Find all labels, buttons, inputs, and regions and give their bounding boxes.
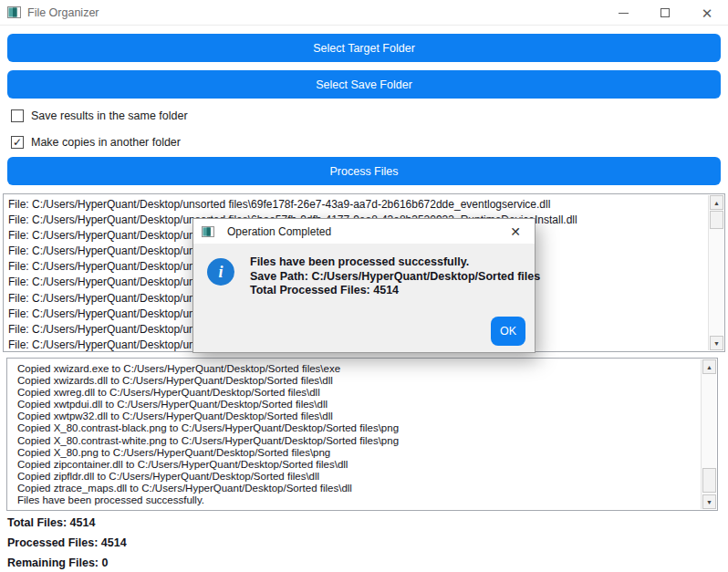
close-icon[interactable]: ✕ xyxy=(686,0,728,26)
scroll-down-icon[interactable]: ▼ xyxy=(710,336,723,350)
select-save-folder-button[interactable]: Select Save Folder xyxy=(7,70,721,99)
window-controls: ✕ xyxy=(602,0,728,26)
ok-button[interactable]: OK xyxy=(491,317,525,346)
log-line: Copied xwreg.dll to C:/Users/HyperQuant/… xyxy=(17,387,713,399)
minimize-icon[interactable] xyxy=(602,0,644,26)
status-processed-files: Processed Files: 4514 xyxy=(7,536,127,549)
file-pane-scrollbar[interactable]: ▲ ▼ xyxy=(708,195,723,350)
dialog-message-line: Total Processed Files: 4514 xyxy=(250,284,540,298)
dialog-title: Operation Completed xyxy=(227,225,331,238)
checkbox-unchecked-icon[interactable] xyxy=(11,109,24,122)
window-title: File Organizer xyxy=(27,6,99,19)
dialog-titlebar[interactable]: Operation Completed ✕ xyxy=(193,219,535,244)
scroll-up-icon[interactable]: ▲ xyxy=(710,195,723,210)
status-remaining-files: Remaining Files: 0 xyxy=(7,556,108,569)
scroll-down-icon[interactable]: ▼ xyxy=(702,494,716,509)
dialog-message-line: Save Path: C:/Users/HyperQuant/Desktop/S… xyxy=(250,270,540,285)
checkbox-make-copies[interactable]: ✓ Make copies in another folder xyxy=(11,136,181,149)
checkbox-label: Save results in the same folder xyxy=(31,109,188,122)
log-line: Copied xwizard.exe to C:/Users/HyperQuan… xyxy=(17,363,713,375)
log-line: Copied xwtpw32.dll to C:/Users/HyperQuan… xyxy=(17,411,713,422)
dialog-close-icon[interactable]: ✕ xyxy=(496,219,535,244)
info-icon: i xyxy=(207,258,234,286)
log-line: Copied X_80.png to C:/Users/HyperQuant/D… xyxy=(17,447,713,459)
dialog-message: Files have been processed successfully.S… xyxy=(250,255,540,298)
window-titlebar[interactable]: File Organizer ✕ xyxy=(0,0,728,26)
checkbox-label: Make copies in another folder xyxy=(31,136,181,149)
status-total-files: Total Files: 4514 xyxy=(7,516,95,529)
dialog-app-icon xyxy=(202,226,214,237)
operation-completed-dialog: Operation Completed ✕ i Files have been … xyxy=(192,218,536,353)
log-line: Copied zipfldr.dll to C:/Users/HyperQuan… xyxy=(17,471,713,483)
dialog-body: i Files have been processed successfully… xyxy=(193,244,535,354)
log-line: Copied zipcontainer.dll to C:/Users/Hype… xyxy=(17,459,713,471)
log-line: Copied ztrace_maps.dll to C:/Users/Hyper… xyxy=(17,483,713,494)
file-line: File: C:/Users/HyperQuant/Desktop/unsort… xyxy=(8,197,721,213)
app-icon xyxy=(7,6,21,18)
log-line: Copied X_80.contrast-black.png to C:/Use… xyxy=(17,422,713,434)
log-line: Copied xwtpdui.dll to C:/Users/HyperQuan… xyxy=(17,399,713,411)
dialog-message-line: Files have been processed successfully. xyxy=(250,255,540,270)
log-line: Files have been processed successfully. xyxy=(17,494,713,506)
checkbox-checked-icon[interactable]: ✓ xyxy=(11,136,24,149)
maximize-icon[interactable] xyxy=(644,0,686,26)
scroll-up-icon[interactable]: ▲ xyxy=(702,359,716,374)
process-files-button[interactable]: Process Files xyxy=(7,157,721,185)
scrollbar-thumb[interactable] xyxy=(702,468,716,493)
scrollbar-thumb[interactable] xyxy=(710,211,723,229)
log-lines: Copied xwizard.exe to C:/Users/HyperQuan… xyxy=(7,359,717,506)
log-pane-scrollbar[interactable]: ▲ ▼ xyxy=(701,359,716,509)
log-pane[interactable]: Copied xwizard.exe to C:/Users/HyperQuan… xyxy=(6,358,718,511)
checkbox-save-same-folder[interactable]: Save results in the same folder xyxy=(11,109,188,122)
select-target-folder-button[interactable]: Select Target Folder xyxy=(7,34,721,62)
log-line: Copied xwizards.dll to C:/Users/HyperQua… xyxy=(17,375,713,387)
log-line: Copied X_80.contrast-white.png to C:/Use… xyxy=(17,435,713,447)
